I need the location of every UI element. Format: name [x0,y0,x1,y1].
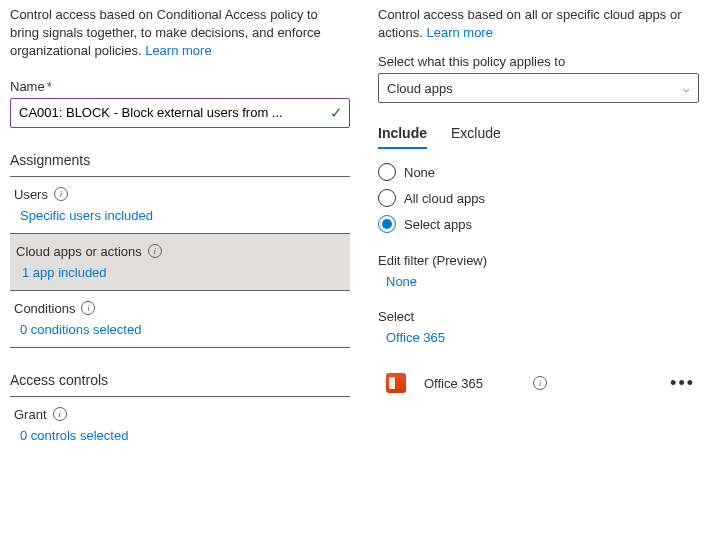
required-asterisk: * [47,79,52,94]
select-label: Select [378,309,699,324]
right-intro-text: Control access based on all or specific … [378,7,682,40]
conditions-value[interactable]: 0 conditions selected [14,322,350,337]
radio-none[interactable]: None [378,163,699,181]
radio-none-label: None [404,165,435,180]
tab-include[interactable]: Include [378,125,427,149]
office365-icon [382,369,410,397]
users-value[interactable]: Specific users included [14,208,350,223]
access-controls-heading: Access controls [10,372,350,397]
learn-more-link[interactable]: Learn more [145,43,211,58]
name-label: Name [10,79,45,94]
checkmark-icon: ✓ [330,104,343,122]
users-label: Users [14,187,48,202]
selected-app-row[interactable]: Office 365 i ••• [378,363,699,403]
info-icon[interactable]: i [533,376,547,390]
conditions-label: Conditions [14,301,75,316]
info-icon[interactable]: i [148,244,162,258]
name-input-container[interactable]: ✓ [10,98,350,128]
select-value[interactable]: Office 365 [378,330,699,345]
edit-filter-label: Edit filter (Preview) [378,253,699,268]
applies-to-dropdown[interactable]: Cloud apps ⌵ [378,73,699,103]
chevron-down-icon: ⌵ [683,82,690,95]
name-input[interactable] [19,105,330,120]
tab-exclude[interactable]: Exclude [451,125,501,149]
more-icon[interactable]: ••• [670,373,695,394]
radio-all-cloud-apps[interactable]: All cloud apps [378,189,699,207]
edit-filter-value[interactable]: None [378,274,699,289]
conditions-item[interactable]: Conditions i 0 conditions selected [10,291,350,348]
users-item[interactable]: Users i Specific users included [10,177,350,234]
info-icon[interactable]: i [53,407,67,421]
grant-label: Grant [14,407,47,422]
cloud-apps-item[interactable]: Cloud apps or actions i 1 app included [10,234,350,291]
cloud-apps-label: Cloud apps or actions [16,244,142,259]
info-icon[interactable]: i [54,187,68,201]
assignments-heading: Assignments [10,152,350,177]
learn-more-link[interactable]: Learn more [426,25,492,40]
grant-value[interactable]: 0 controls selected [14,428,350,443]
radio-all-label: All cloud apps [404,191,485,206]
dropdown-value: Cloud apps [387,81,453,96]
radio-select-label: Select apps [404,217,472,232]
grant-item[interactable]: Grant i 0 controls selected [10,397,350,453]
app-name: Office 365 [424,376,519,391]
info-icon[interactable]: i [81,301,95,315]
cloud-apps-value[interactable]: 1 app included [16,265,344,280]
radio-select-apps[interactable]: Select apps [378,215,699,233]
applies-to-label: Select what this policy applies to [378,54,699,69]
